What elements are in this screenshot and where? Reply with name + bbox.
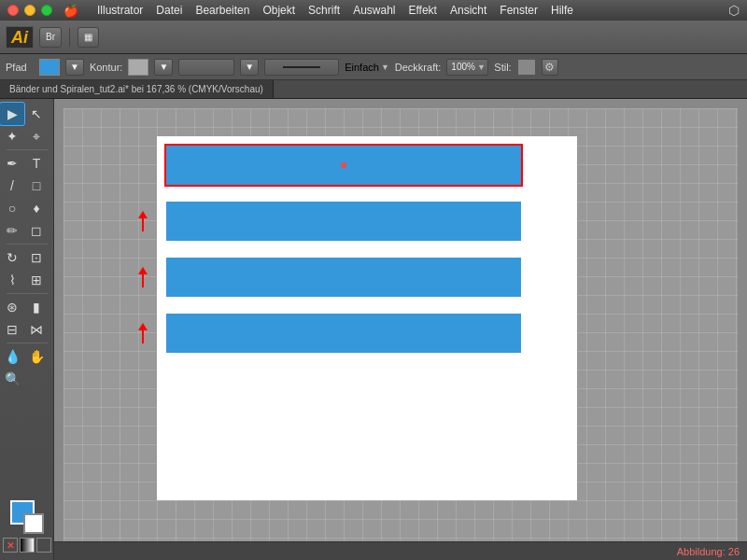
band-1-wrapper bbox=[166, 146, 521, 185]
menu-bearbeiten[interactable]: Bearbeiten bbox=[195, 4, 249, 17]
selection-tool[interactable]: ▶ bbox=[0, 103, 24, 125]
tool-row-warp: ⌇ ⊞ bbox=[0, 269, 53, 291]
arrow-4 bbox=[138, 323, 148, 343]
canvas-background bbox=[63, 108, 738, 560]
menu-bar: Illustrator Datei Bearbeiten Objekt Schr… bbox=[97, 4, 573, 17]
fill-color-swatch[interactable] bbox=[39, 59, 60, 76]
stroke-style-dropdown[interactable]: Einfach ▼ bbox=[345, 62, 389, 73]
pattern-swatch[interactable] bbox=[36, 538, 51, 553]
tool-row-selection: ▶ ↖ bbox=[0, 103, 53, 125]
hand-tool[interactable]: ✋ bbox=[24, 345, 49, 368]
tool-separator-4 bbox=[7, 343, 48, 343]
band-4[interactable] bbox=[166, 314, 521, 353]
symbol-tool[interactable]: ⊛ bbox=[0, 296, 24, 318]
tool-row-ellipse: ○ ♦ bbox=[0, 197, 53, 219]
arrow-4-head bbox=[138, 323, 148, 330]
doc-tab-bar: Bänder und Spiralen_tut2.ai* bei 167,36 … bbox=[0, 80, 747, 99]
menu-objekt[interactable]: Objekt bbox=[262, 4, 295, 17]
close-button[interactable] bbox=[7, 5, 19, 16]
pen-tool[interactable]: ✒ bbox=[0, 152, 24, 175]
deckkraft-field[interactable]: 100% ▼ bbox=[446, 59, 488, 76]
fullscreen-button[interactable] bbox=[41, 5, 52, 16]
title-bar: 🍎 Illustrator Datei Bearbeiten Objekt Sc… bbox=[0, 0, 747, 21]
slice-tool[interactable]: ⋈ bbox=[24, 318, 49, 341]
eraser-tool[interactable]: ◻ bbox=[24, 219, 49, 242]
band-1[interactable] bbox=[166, 146, 521, 185]
none-swatch[interactable]: ✕ bbox=[3, 538, 18, 553]
br-button[interactable]: Br bbox=[39, 27, 62, 48]
menu-datei[interactable]: Datei bbox=[156, 4, 182, 17]
scale-tool[interactable]: ⊡ bbox=[24, 246, 49, 269]
tool-separator-3 bbox=[7, 293, 48, 294]
arrow-2-head bbox=[138, 211, 148, 218]
path-label: Pfad bbox=[6, 62, 34, 73]
stroke-weight-field[interactable] bbox=[178, 59, 234, 76]
deckkraft-chevron: ▼ bbox=[477, 63, 486, 72]
tool-row-zoom: 🔍 bbox=[0, 368, 53, 390]
band-1-center-dot bbox=[341, 162, 346, 168]
tool-row-line: / □ bbox=[0, 175, 53, 197]
deckkraft-value: 100% bbox=[451, 62, 475, 72]
lasso-tool[interactable]: ⌖ bbox=[24, 125, 49, 147]
stroke-style-chevron: ▼ bbox=[381, 63, 389, 72]
chart-tool[interactable]: ▮ bbox=[24, 296, 49, 318]
menu-effekt[interactable]: Effekt bbox=[408, 4, 436, 17]
tool-row-pencil: ✏ ◻ bbox=[0, 219, 53, 242]
brush-tool[interactable]: ♦ bbox=[24, 197, 49, 219]
apple-menu[interactable]: 🍎 bbox=[63, 4, 78, 18]
rotate-tool[interactable]: ↻ bbox=[0, 246, 24, 269]
stroke-weight-dropdown-icon: ▼ bbox=[245, 62, 254, 72]
band-2[interactable] bbox=[166, 202, 521, 241]
color-swatches: ✕ bbox=[3, 500, 51, 556]
zoom-tool[interactable]: 🔍 bbox=[0, 368, 24, 390]
line-tool[interactable]: / bbox=[0, 175, 24, 197]
ellipse-tool[interactable]: ○ bbox=[0, 197, 24, 219]
stroke-color-swatch[interactable] bbox=[128, 59, 148, 76]
stroke-style-label: Einfach bbox=[345, 62, 379, 73]
arrow-4-shaft bbox=[142, 330, 144, 343]
pencil-tool[interactable]: ✏ bbox=[0, 219, 24, 242]
menu-hilfe[interactable]: Hilfe bbox=[551, 4, 573, 17]
menu-auswahl[interactable]: Auswahl bbox=[353, 4, 395, 17]
stroke-style-preview[interactable] bbox=[264, 59, 339, 76]
document-tab-title: Bänder und Spiralen_tut2.ai* bei 167,36 … bbox=[9, 84, 263, 94]
gradient-swatch[interactable] bbox=[20, 538, 35, 553]
fill-dropdown[interactable]: ▼ bbox=[65, 59, 84, 76]
menu-fenster[interactable]: Fenster bbox=[500, 4, 538, 17]
stroke-weight-dropdown[interactable]: ▼ bbox=[240, 59, 259, 76]
tool-row-artboard: ⊟ ⋈ bbox=[0, 318, 53, 341]
stroke-line bbox=[283, 66, 320, 68]
kontur-label: Kontur: bbox=[90, 62, 122, 73]
stroke-dropdown[interactable]: ▼ bbox=[154, 59, 173, 76]
minimize-button[interactable] bbox=[24, 5, 35, 16]
arrow-3-head bbox=[138, 267, 148, 274]
tool-row-symbol: ⊛ ▮ bbox=[0, 296, 53, 318]
main-area: ▶ ↖ ✦ ⌖ ✒ T / □ ○ ♦ ✏ ◻ ↻ ⊡ ⌇ bbox=[0, 99, 747, 560]
toolbar-separator-1 bbox=[69, 28, 70, 47]
view-button[interactable]: ▦ bbox=[78, 27, 99, 48]
canvas-area: Abbildung: 26 bbox=[54, 99, 747, 560]
free-transform-tool[interactable]: ⊞ bbox=[24, 269, 49, 291]
app-toolbar: Ai Br ▦ bbox=[0, 21, 747, 54]
artboard-tool[interactable]: ⊟ bbox=[0, 318, 24, 341]
direct-selection-tool[interactable]: ↖ bbox=[24, 103, 49, 125]
magic-wand-tool[interactable]: ✦ bbox=[0, 125, 24, 147]
tool-row-eyedropper: 💧 ✋ bbox=[0, 345, 53, 368]
warp-tool[interactable]: ⌇ bbox=[0, 269, 24, 291]
arrow-3 bbox=[138, 267, 148, 287]
menu-ansicht[interactable]: Ansicht bbox=[450, 4, 486, 17]
type-tool[interactable]: T bbox=[24, 152, 49, 175]
menu-app-name[interactable]: Illustrator bbox=[97, 4, 143, 17]
eyedropper-tool[interactable]: 💧 bbox=[0, 345, 24, 368]
status-text: Abbildung: 26 bbox=[677, 546, 740, 557]
menu-schrift[interactable]: Schrift bbox=[308, 4, 340, 17]
band-3-wrapper bbox=[166, 258, 521, 297]
gear-button[interactable]: ⚙ bbox=[542, 59, 558, 76]
band-3[interactable] bbox=[166, 258, 521, 297]
stil-swatch[interactable] bbox=[517, 59, 536, 76]
deckkraft-label: Deckkraft: bbox=[395, 62, 442, 73]
background-color[interactable] bbox=[23, 513, 44, 534]
rect-tool[interactable]: □ bbox=[24, 175, 49, 197]
tool-row-rotate: ↻ ⊡ bbox=[0, 246, 53, 269]
document-tab[interactable]: Bänder und Spiralen_tut2.ai* bei 167,36 … bbox=[0, 80, 274, 98]
